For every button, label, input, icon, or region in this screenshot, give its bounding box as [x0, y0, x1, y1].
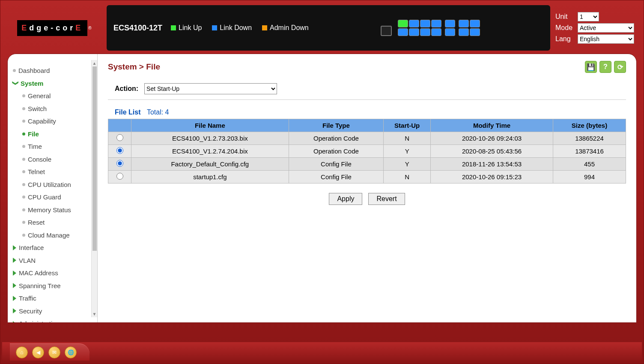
- sidebar-item-switch[interactable]: Switch: [13, 102, 95, 115]
- cell-startup: Y: [384, 145, 431, 158]
- unit-select[interactable]: 1: [578, 12, 599, 21]
- legend-admin-down: Admin Down: [262, 24, 309, 32]
- port-icon[interactable]: [459, 28, 469, 36]
- port-icon[interactable]: [470, 20, 480, 27]
- sidebar-item-general[interactable]: General: [13, 90, 95, 102]
- square-orange-icon: [262, 25, 267, 30]
- legend-link-up: Link Up: [171, 24, 202, 32]
- sidebar-scrollbar[interactable]: ▲ ▼: [91, 60, 97, 317]
- table-row: ECS4100_V1.2.73.203.bixOperation CodeN20…: [108, 132, 626, 145]
- port-icon[interactable]: [420, 20, 430, 27]
- cell-type: Operation Code: [289, 145, 383, 158]
- mode-select[interactable]: Active: [578, 23, 634, 33]
- column-header: File Name: [131, 119, 289, 132]
- action-select[interactable]: Set Start-Up: [144, 83, 277, 94]
- lang-select[interactable]: English: [578, 34, 634, 44]
- sidebar: Dashboard❯SystemGeneralSwitchCapabilityF…: [8, 54, 98, 322]
- footer-mail-button[interactable]: ✉: [48, 346, 60, 358]
- action-label: Action:: [115, 85, 138, 93]
- revert-button[interactable]: Revert: [368, 193, 405, 205]
- select-radio[interactable]: [116, 173, 123, 180]
- cell-size: 994: [553, 171, 626, 184]
- sidebar-item-cloud-manage[interactable]: Cloud Manage: [13, 229, 95, 242]
- footer-tab: ⌂ ◀ ✉ 🌐: [10, 343, 89, 361]
- file-list-header: File List Total: 4: [108, 100, 626, 119]
- cell-type: Config File: [289, 171, 383, 184]
- cell-size: 13865224: [553, 132, 626, 145]
- square-blue-icon: [212, 25, 217, 30]
- cell-mtime: 2018-11-26 13:54:53: [431, 158, 553, 171]
- port-icon[interactable]: [409, 28, 419, 36]
- port-icon[interactable]: [431, 20, 441, 27]
- content-panel: System > File 💾 ? ⟳ Action: Set Start-Up…: [98, 54, 636, 322]
- sidebar-item-security[interactable]: Security: [13, 305, 95, 318]
- port-icon[interactable]: [445, 28, 455, 36]
- port-icon[interactable]: [398, 20, 408, 27]
- refresh-button[interactable]: ⟳: [614, 61, 626, 73]
- sidebar-item-time[interactable]: Time: [13, 140, 95, 153]
- port-icon[interactable]: [420, 28, 430, 36]
- logo-box: Edge-corE®: [7, 20, 101, 36]
- sidebar-item-dashboard[interactable]: Dashboard: [13, 64, 95, 77]
- port-icon[interactable]: [398, 28, 408, 36]
- mgmt-port-icon: [381, 26, 392, 36]
- cell-name: ECS4100_V1.2.73.203.bix: [131, 132, 289, 145]
- port-icon[interactable]: [431, 28, 441, 36]
- column-header: File Type: [289, 119, 383, 132]
- port-icon[interactable]: [409, 20, 419, 27]
- cell-startup: N: [384, 171, 431, 184]
- sidebar-item-traffic[interactable]: Traffic: [13, 292, 95, 305]
- column-header: Start-Up: [384, 119, 431, 132]
- sidebar-item-console[interactable]: Console: [13, 153, 95, 166]
- sidebar-item-reset[interactable]: Reset: [13, 216, 95, 229]
- port-icon[interactable]: [470, 28, 480, 36]
- legend-link-down: Link Down: [212, 24, 252, 32]
- ports-diagram: [317, 20, 543, 36]
- footer-back-button[interactable]: ◀: [32, 346, 44, 358]
- port-icon[interactable]: [445, 20, 455, 27]
- scroll-down-icon[interactable]: ▼: [92, 311, 97, 317]
- select-radio[interactable]: [116, 134, 123, 141]
- sidebar-item-system[interactable]: ❯System: [13, 77, 95, 90]
- cell-type: Config File: [289, 158, 383, 171]
- breadcrumb-row: System > File 💾 ? ⟳: [108, 61, 626, 73]
- sidebar-item-telnet[interactable]: Telnet: [13, 165, 95, 178]
- select-radio[interactable]: [116, 147, 123, 154]
- device-panel: ECS4100-12T Link Up Link Down Admin Down: [107, 5, 550, 51]
- cell-name: Factory_Default_Config.cfg: [131, 158, 289, 171]
- column-header: Size (bytes): [553, 119, 626, 132]
- save-button[interactable]: 💾: [585, 61, 597, 73]
- header-controls: Unit 1 Mode Active Lang English: [555, 12, 637, 44]
- square-green-icon: [171, 25, 176, 30]
- sidebar-item-capability[interactable]: Capability: [13, 115, 95, 128]
- apply-button[interactable]: Apply: [329, 193, 362, 205]
- unit-label: Unit: [555, 13, 574, 21]
- help-button[interactable]: ?: [599, 61, 611, 73]
- sidebar-item-interface[interactable]: Interface: [13, 241, 95, 254]
- sidebar-item-spanning-tree[interactable]: Spanning Tree: [13, 280, 95, 292]
- cell-startup: N: [384, 132, 431, 145]
- breadcrumb: System > File: [108, 62, 160, 72]
- sidebar-item-cpu-utilization[interactable]: CPU Utilization: [13, 178, 95, 191]
- button-row: Apply Revert: [108, 184, 626, 214]
- scroll-thumb[interactable]: [92, 66, 97, 251]
- port-icon[interactable]: [459, 20, 469, 27]
- cell-name: ECS4100_V1.2.74.204.bix: [131, 145, 289, 158]
- file-list-total: Total: 4: [147, 108, 169, 116]
- sidebar-item-cpu-guard[interactable]: CPU Guard: [13, 191, 95, 204]
- sidebar-item-vlan[interactable]: VLAN: [13, 254, 95, 267]
- cell-size: 455: [553, 158, 626, 171]
- sidebar-item-file[interactable]: File: [13, 128, 95, 141]
- file-list-label: File List: [115, 108, 140, 116]
- sidebar-item-mac-address[interactable]: MAC Address: [13, 267, 95, 280]
- action-row: Action: Set Start-Up: [108, 79, 626, 100]
- footer-globe-button[interactable]: 🌐: [65, 346, 77, 358]
- scroll-up-icon[interactable]: ▲: [92, 60, 97, 66]
- select-radio[interactable]: [116, 160, 123, 167]
- footer-home-button[interactable]: ⌂: [16, 346, 28, 358]
- sidebar-item-administration[interactable]: Administration: [13, 317, 95, 322]
- lang-label: Lang: [555, 35, 574, 43]
- cell-size: 13873416: [553, 145, 626, 158]
- file-table: File NameFile TypeStart-UpModify TimeSiz…: [108, 119, 626, 184]
- sidebar-item-memory-status[interactable]: Memory Status: [13, 204, 95, 217]
